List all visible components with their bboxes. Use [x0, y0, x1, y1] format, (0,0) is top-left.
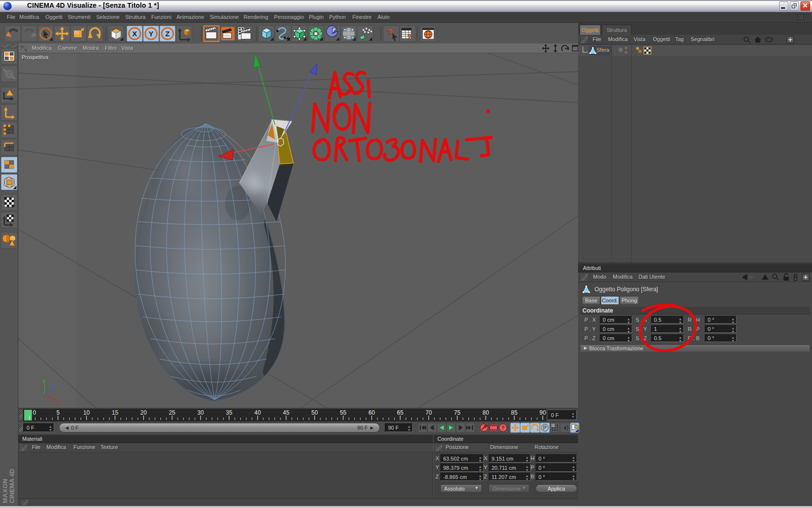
svg-text:P: P [543, 425, 547, 431]
svg-text:?: ? [501, 425, 505, 431]
